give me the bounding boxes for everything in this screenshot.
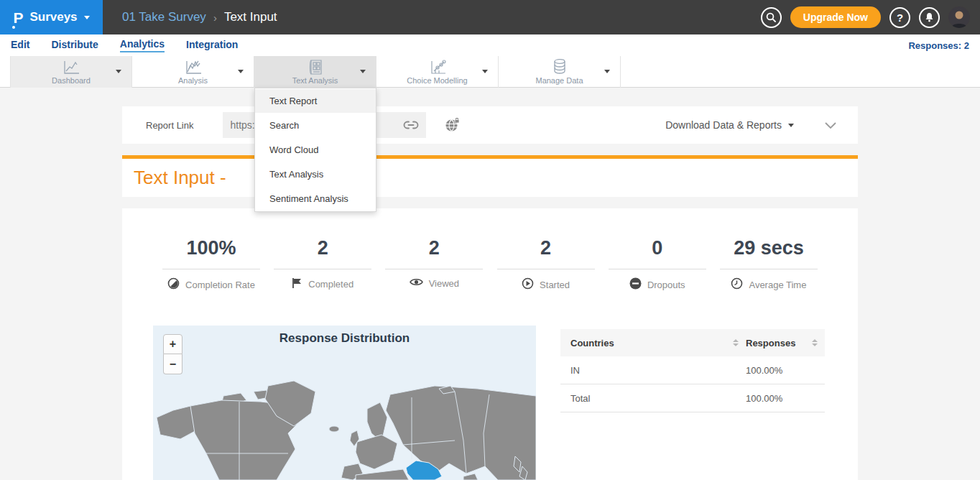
analysis-chart-icon: [184, 58, 203, 75]
survey-stats-row: 100% Completion Rate 2 Completed 2 Viewe…: [122, 208, 858, 292]
question-title-panel: Text Input -: [122, 159, 858, 197]
product-switcher[interactable]: P Surveys: [0, 0, 103, 34]
nav-edit[interactable]: Edit: [11, 39, 29, 52]
survey-subnav: Edit Distribute Analytics Integration Re…: [0, 34, 980, 56]
text-report-icon: [307, 58, 324, 75]
breadcrumb-survey-link[interactable]: 01 Take Survey: [122, 10, 206, 24]
report-link-label: Report Link: [146, 120, 193, 131]
dashboard-chart-icon: [62, 58, 80, 75]
search-icon[interactable]: [761, 7, 782, 28]
stat-completed: 2 Completed: [268, 237, 377, 292]
map-zoom-out-button[interactable]: −: [163, 354, 182, 374]
questionpro-logo: P: [13, 10, 23, 25]
choice-modelling-icon: [428, 58, 447, 75]
menu-item-text-analysis[interactable]: Text Analysis: [255, 162, 376, 186]
nav-analytics[interactable]: Analytics: [120, 38, 165, 52]
analytics-toolbar: Dashboard Analysis Text Analysis Choice …: [0, 56, 980, 88]
completion-rate-icon: [167, 277, 180, 292]
breadcrumb: 01 Take Survey › Text Input: [122, 10, 277, 24]
collapse-chevron-icon[interactable]: [825, 122, 836, 129]
tab-dashboard[interactable]: Dashboard: [10, 56, 132, 88]
tab-manage-data[interactable]: Manage Data: [499, 56, 621, 88]
responses-count: Responses: 2: [908, 40, 969, 51]
sort-responses-icon[interactable]: [812, 339, 818, 346]
help-icon[interactable]: ?: [889, 7, 910, 28]
upgrade-now-button[interactable]: Upgrade Now: [790, 6, 881, 28]
chevron-down-icon: [604, 70, 610, 73]
menu-item-text-report[interactable]: Text Report: [255, 89, 376, 113]
minus-circle-icon: [629, 277, 642, 292]
user-avatar[interactable]: [948, 6, 970, 28]
world-map: [153, 326, 536, 480]
response-distribution-map[interactable]: Response Distribution + −: [153, 326, 536, 480]
stat-viewed: 2 Viewed: [379, 237, 489, 292]
breadcrumb-current-page: Text Input: [224, 10, 277, 24]
sort-countries-icon[interactable]: [733, 339, 739, 346]
app-window: P Surveys 01 Take Survey › Text Input Up…: [0, 0, 980, 480]
chevron-down-icon: [482, 70, 488, 73]
database-icon: [551, 58, 568, 75]
countries-column-header[interactable]: Countries: [570, 338, 614, 349]
page-title: Text Input -: [134, 167, 226, 189]
menu-item-search[interactable]: Search: [255, 114, 376, 137]
chevron-down-icon: [116, 70, 121, 73]
topbar-actions: Upgrade Now ?: [761, 6, 980, 28]
eye-icon: [410, 277, 423, 289]
chevron-down-icon: [360, 70, 366, 73]
report-main-panel: 100% Completion Rate 2 Completed 2 Viewe…: [122, 208, 858, 480]
topbar: P Surveys 01 Take Survey › Text Input Up…: [0, 0, 980, 34]
table-row: IN 100.00%: [560, 356, 825, 384]
countries-table-header: Countries Responses: [560, 329, 825, 356]
text-analysis-menu: Text Report Search Word Cloud Text Analy…: [254, 88, 376, 212]
menu-item-word-cloud[interactable]: Word Cloud: [255, 138, 376, 162]
product-name: Surveys: [29, 10, 77, 24]
nav-distribute[interactable]: Distribute: [51, 39, 98, 52]
clock-icon: [731, 277, 743, 292]
tab-text-analysis[interactable]: Text Analysis: [254, 56, 376, 88]
responses-column-header[interactable]: Responses: [746, 338, 795, 349]
notifications-bell-icon[interactable]: [919, 7, 940, 28]
countries-table: Countries Responses IN 100.00% Total 100…: [560, 329, 825, 412]
download-data-reports-dropdown[interactable]: Download Data & Reports: [665, 119, 794, 131]
table-row-total: Total 100.00%: [560, 384, 825, 412]
stat-completion-rate: 100% Completion Rate: [157, 237, 266, 292]
menu-item-sentiment-analysis[interactable]: Sentiment Analysis: [255, 187, 376, 211]
report-actions: Download Data & Reports: [665, 119, 858, 131]
report-link-panel: Report Link https://ww Download Data & R…: [122, 106, 858, 144]
map-zoom-controls: + −: [163, 334, 182, 374]
breadcrumb-separator: ›: [213, 11, 217, 24]
copy-link-icon[interactable]: [403, 120, 419, 130]
stat-dropouts: 0 Dropouts: [603, 237, 712, 292]
tab-analysis[interactable]: Analysis: [132, 56, 254, 88]
play-icon: [522, 277, 534, 292]
globe-lock-icon[interactable]: [445, 118, 461, 132]
nav-integration[interactable]: Integration: [186, 39, 238, 52]
chevron-down-icon: [788, 124, 794, 127]
flag-icon: [292, 277, 302, 291]
tab-choice-modelling[interactable]: Choice Modelling: [376, 56, 499, 88]
chevron-down-icon: [84, 16, 90, 19]
stat-started: 2 Started: [491, 237, 601, 292]
chevron-down-icon: [238, 70, 244, 73]
map-zoom-in-button[interactable]: +: [163, 334, 182, 354]
stat-average-time: 29 secs Average Time: [714, 237, 823, 292]
